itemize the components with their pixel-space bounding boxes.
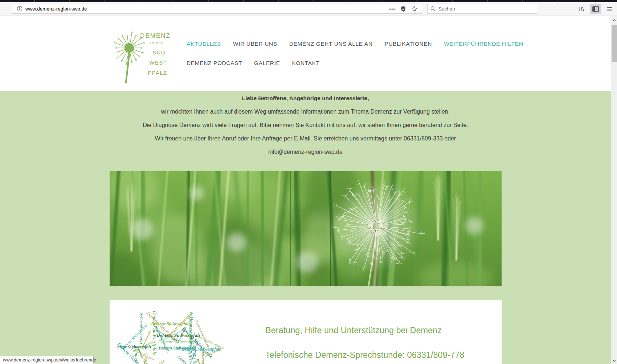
scroll-down-icon[interactable]: [611, 357, 617, 364]
main-navigation: AKTUELLES WIR ÜBER UNS DEMENZ GEHT UNS A…: [187, 39, 528, 68]
vertical-scrollbar[interactable]: [611, 16, 617, 364]
nav-item-aktuelles[interactable]: AKTUELLES: [187, 39, 221, 49]
intro-text-band: Liebe Betroffene, Angehörige und Interes…: [0, 91, 611, 162]
search-placeholder: Suchen: [438, 6, 455, 12]
search-bar[interactable]: Suchen: [427, 4, 537, 14]
logo-west: WEST: [149, 60, 167, 66]
logo-pfalz: PFALZ: [148, 70, 167, 76]
url-bar[interactable]: www.demenz-region-swp.de •••: [12, 4, 422, 14]
nav-item-wir-ueber-uns[interactable]: WIR ÜBER UNS: [233, 39, 277, 49]
nav-item-kontakt[interactable]: KONTAKT: [292, 58, 319, 68]
nav-item-demenz-podcast[interactable]: DEMENZ PODCAST: [187, 58, 242, 68]
wordcloud-image: Demenz SüdwestpfalzDemenz SüdwestpfalzDe…: [117, 302, 226, 364]
link-status-tooltip: www.demenz-region-swp.de/#weiterfuehrend…: [0, 356, 94, 364]
browser-toolbar: www.demenz-region-swp.de ••• Suchen: [0, 2, 617, 16]
page-actions-icon[interactable]: •••: [389, 6, 395, 12]
intro-line: wir möchten Ihnen auch auf diesem Weg um…: [0, 109, 611, 116]
bookmark-star-icon[interactable]: [411, 6, 417, 12]
svg-text:Demenz Südwestpfalz: Demenz Südwestpfalz: [139, 312, 143, 344]
hamburger-icon: [607, 7, 612, 11]
menu-button[interactable]: [604, 4, 615, 14]
nav-item-demenz-geht-uns-alle-an[interactable]: DEMENZ GEHT UNS ALLE AN: [289, 39, 373, 49]
nav-item-weiterfuehrende-hilfen[interactable]: WEITERFÜHRENDE HILFEN: [444, 39, 523, 49]
logo-title: DEMENZ: [140, 32, 171, 39]
dandelion-photo: [110, 171, 502, 286]
nav-item-galerie[interactable]: GALERIE: [254, 58, 280, 68]
dandelion-logo-drawing: DEMENZ IN DER SÜD WEST PFALZ: [109, 22, 177, 86]
sidebar-icon: [592, 6, 599, 12]
card-heading-beratung: Beratung, Hilfe und Unterstützung bei De…: [265, 326, 442, 335]
browser-window: www.demenz-region-swp.de ••• Suchen: [0, 0, 617, 364]
site-info-icon[interactable]: [17, 6, 23, 12]
nav-item-publikationen[interactable]: PUBLIKATIONEN: [384, 39, 432, 49]
scroll-up-icon[interactable]: [611, 17, 617, 23]
tracking-protection-shield-icon[interactable]: [400, 6, 406, 12]
contact-card: Demenz SüdwestpfalzDemenz SüdwestpfalzDe…: [110, 300, 502, 364]
intro-email: info@demenz-region-swp.de: [0, 149, 611, 156]
intro-line: Wir freuen uns über Ihren Anruf oder Ihr…: [0, 135, 611, 143]
page-viewport: DEMENZ IN DER SÜD WEST PFALZ AKTUELLES W…: [0, 16, 611, 364]
card-heading-sprechstunde: Telefonische Demenz-Sprechstunde: 06331/…: [265, 350, 465, 360]
sidebar-toggle-button[interactable]: [590, 4, 601, 14]
url-text[interactable]: www.demenz-region-swp.de: [25, 6, 389, 12]
library-button[interactable]: [576, 4, 587, 14]
scrollbar-thumb[interactable]: [612, 25, 617, 62]
intro-line: Die Diagnose Demenz wirft viele Fragen a…: [0, 122, 611, 129]
logo-sued: SÜD: [152, 49, 166, 56]
site-logo[interactable]: DEMENZ IN DER SÜD WEST PFALZ: [109, 22, 177, 86]
intro-heading: Liebe Betroffene, Angehörige und Interes…: [0, 95, 611, 102]
library-icon: [579, 6, 585, 12]
logo-prefix: IN DER: [150, 41, 164, 45]
search-icon: [430, 6, 436, 11]
